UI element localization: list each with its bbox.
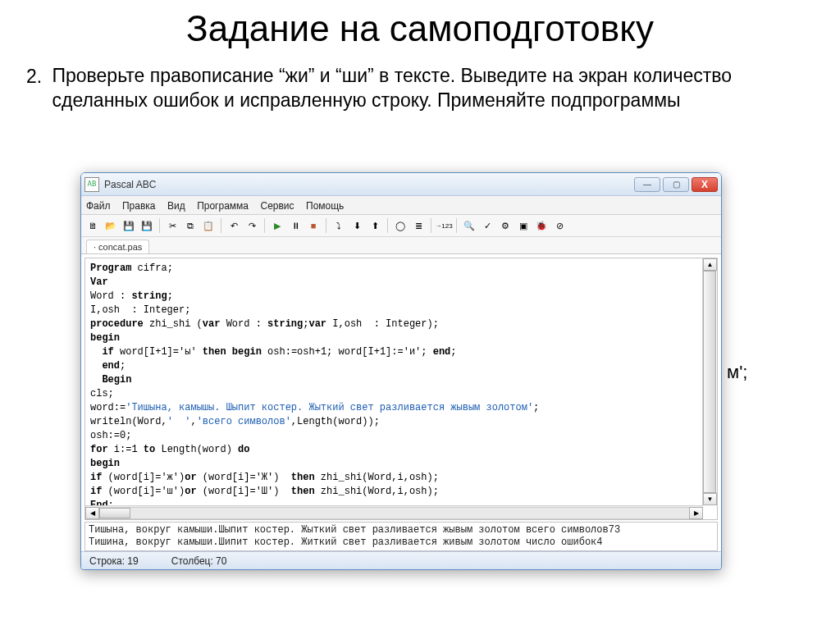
code-line[interactable]: Program cifra; bbox=[90, 262, 698, 276]
paste-icon[interactable]: 📋 bbox=[200, 217, 217, 234]
vertical-scrollbar[interactable]: ▲ ▼ bbox=[702, 258, 716, 505]
code-line[interactable]: if (word[i]='ж')or (word[i]='Ж') then zh… bbox=[90, 471, 698, 485]
scroll-down-icon[interactable]: ▼ bbox=[703, 493, 717, 505]
code-line[interactable]: begin bbox=[90, 457, 698, 471]
menu-bar: Файл Правка Вид Программа Сервис Помощь bbox=[81, 196, 721, 215]
stop-icon[interactable]: ■ bbox=[305, 217, 322, 234]
tab-file[interactable]: · concat.pas bbox=[86, 240, 149, 253]
code-line[interactable]: for i:=1 to Length(word) do bbox=[90, 443, 698, 457]
titlebar[interactable]: AB Pascal ABC — ▢ X bbox=[81, 173, 721, 196]
code-line[interactable]: Word : string; bbox=[90, 290, 698, 304]
code-line[interactable]: begin bbox=[90, 331, 698, 345]
background-stray-text: м'; bbox=[727, 362, 747, 383]
window-title: Pascal ABC bbox=[104, 179, 634, 190]
menu-file[interactable]: Файл bbox=[86, 200, 111, 212]
code-line[interactable]: Var bbox=[90, 276, 698, 290]
step-over-icon[interactable]: ⤵ bbox=[331, 217, 347, 234]
close-button[interactable]: X bbox=[692, 177, 718, 192]
cut-icon[interactable]: ✂ bbox=[164, 217, 180, 234]
slide-heading: Задание на самоподготовку bbox=[16, 8, 824, 49]
breakpoints-icon[interactable]: ≣ bbox=[410, 217, 427, 234]
toolbar-separator bbox=[159, 218, 160, 233]
step-into-icon[interactable]: ⬇ bbox=[349, 217, 365, 234]
toolbar-separator bbox=[264, 218, 265, 233]
copy-icon[interactable]: ⧉ bbox=[182, 217, 199, 234]
code-line[interactable]: if (word[i]='ш')or (word[i]='Ш') then zh… bbox=[90, 485, 698, 499]
output-line: Тишина, вокруг камыши.Шипит костер. Житк… bbox=[89, 536, 714, 549]
code-line[interactable]: end; bbox=[90, 359, 698, 373]
save-all-icon[interactable]: 💾 bbox=[139, 217, 155, 234]
code-line[interactable]: procedure zhi_shi (var Word : string;var… bbox=[90, 317, 698, 331]
horizontal-scroll-thumb[interactable] bbox=[99, 508, 130, 518]
find-icon[interactable]: 🔍 bbox=[461, 217, 477, 234]
menu-program[interactable]: Программа bbox=[197, 200, 249, 212]
toolbar: 🗎 📂 💾 💾 ✂ ⧉ 📋 ↶ ↷ ▶ ⏸ ■ ⤵ ⬇ ⬆ ◯ ≣ →123 bbox=[81, 215, 721, 237]
scroll-up-icon[interactable]: ▲ bbox=[703, 258, 717, 271]
save-icon[interactable]: 💾 bbox=[121, 217, 137, 234]
code-line[interactable]: word:='Тишына, камышы. Шыпит костер. Жыт… bbox=[90, 401, 698, 415]
horizontal-scrollbar[interactable]: ◀ ▶ bbox=[85, 505, 703, 519]
code-editor[interactable]: Program cifra;VarWord : string;I,osh : I… bbox=[84, 258, 718, 520]
menu-edit[interactable]: Правка bbox=[122, 200, 156, 212]
app-icon: AB bbox=[84, 177, 99, 192]
exec-icon[interactable]: ▣ bbox=[515, 217, 532, 234]
toolbar-separator bbox=[431, 218, 431, 233]
open-icon[interactable]: 📂 bbox=[103, 217, 119, 234]
scroll-left-icon[interactable]: ◀ bbox=[85, 507, 99, 519]
new-icon[interactable]: 🗎 bbox=[84, 217, 101, 234]
code-line[interactable]: I,osh : Integer; bbox=[90, 304, 698, 317]
minimize-button[interactable]: — bbox=[634, 177, 660, 192]
vertical-scroll-thumb[interactable] bbox=[703, 271, 716, 493]
undo-icon[interactable]: ↶ bbox=[226, 217, 242, 234]
goto-icon[interactable]: →123 bbox=[436, 217, 452, 234]
build-icon[interactable]: ⚙ bbox=[497, 217, 514, 234]
menu-help[interactable]: Помощь bbox=[306, 200, 344, 212]
halt-icon[interactable]: ⊘ bbox=[551, 217, 568, 234]
scroll-right-icon[interactable]: ▶ bbox=[689, 507, 703, 519]
tab-bar: · concat.pas bbox=[81, 237, 721, 254]
toolbar-separator bbox=[221, 218, 221, 233]
menu-view[interactable]: Вид bbox=[167, 200, 185, 212]
toolbar-separator bbox=[326, 218, 326, 233]
output-line: Тишына, вокруг камыши.Шыпит костер. Жытк… bbox=[89, 524, 714, 536]
maximize-button[interactable]: ▢ bbox=[663, 177, 689, 192]
code-line[interactable]: cls; bbox=[90, 387, 698, 401]
status-bar: Строка: 19 Столбец: 70 bbox=[81, 551, 721, 569]
app-window: AB Pascal ABC — ▢ X Файл Правка Вид Прог… bbox=[80, 172, 722, 570]
compile-icon[interactable]: ✓ bbox=[479, 217, 495, 234]
task-text: Проверьте правописание “жи” и “ши” в тек… bbox=[52, 64, 792, 113]
code-line[interactable]: osh:=0; bbox=[90, 429, 698, 443]
code-line[interactable]: writeln(Word,' ','всего символов',Length… bbox=[90, 415, 698, 429]
toolbar-separator bbox=[456, 218, 457, 233]
status-col: Столбец: 70 bbox=[171, 555, 227, 567]
toolbar-separator bbox=[387, 218, 388, 233]
status-row: Строка: 19 bbox=[89, 555, 139, 567]
step-out-icon[interactable]: ⬆ bbox=[367, 217, 383, 234]
redo-icon[interactable]: ↷ bbox=[244, 217, 260, 234]
menu-service[interactable]: Сервис bbox=[260, 200, 294, 212]
code-line[interactable]: End; bbox=[90, 499, 698, 505]
run-icon[interactable]: ▶ bbox=[269, 217, 285, 234]
debug-icon[interactable]: 🐞 bbox=[533, 217, 550, 234]
pause-icon[interactable]: ⏸ bbox=[287, 217, 304, 234]
output-panel: Тишына, вокруг камыши.Шыпит костер. Жытк… bbox=[84, 522, 718, 551]
code-line[interactable]: if word[I+1]='ы' then begin osh:=osh+1; … bbox=[90, 345, 698, 359]
code-line[interactable]: Begin bbox=[90, 373, 698, 387]
task-number: 2. bbox=[26, 64, 52, 88]
toggle-breakpoint-icon[interactable]: ◯ bbox=[392, 217, 409, 234]
